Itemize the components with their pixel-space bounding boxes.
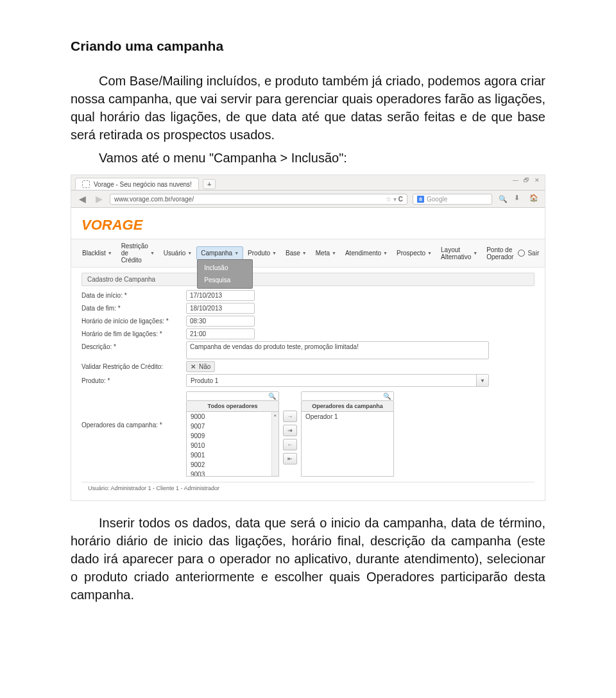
address-bar[interactable]: www.vorage.com.br/vorage/ ☆ ▾ C — [110, 194, 407, 205]
label-operadores: Operadores da campanha: * — [81, 420, 181, 429]
list-item[interactable]: 9009 — [187, 431, 278, 441]
submenu-inclusao[interactable]: Inclusão — [198, 262, 252, 274]
forward-icon[interactable]: ▶ — [93, 193, 105, 205]
new-tab-button[interactable]: + — [203, 179, 216, 189]
list-item[interactable]: Operador 1 — [302, 412, 393, 421]
scrollbar[interactable]: ▴ — [271, 412, 278, 476]
move-all-left-button[interactable]: ⇤ — [283, 453, 297, 464]
move-left-button[interactable]: ← — [283, 439, 297, 450]
page-title: Criando uma campanha — [71, 38, 545, 54]
menu-layout[interactable]: Layout Alternativo▼ — [436, 243, 482, 264]
app-logo: VORAGE — [71, 208, 545, 239]
sel-ops-header: Operadores da campanha — [301, 401, 394, 412]
label-descricao: Descrição: * — [81, 341, 181, 350]
list-item[interactable]: 9002 — [187, 460, 278, 470]
search-icon: 🔍 — [383, 393, 391, 400]
close-icon[interactable]: ✕ — [535, 177, 540, 183]
status-bar: Usuário: Administrador 1 - Cliente 1 - A… — [81, 482, 535, 494]
search-sel-ops[interactable]: 🔍 — [301, 391, 394, 401]
input-horario-fim[interactable]: 21:00 — [186, 328, 255, 339]
search-placeholder: Google — [427, 196, 447, 203]
tab-title: Vorage - Seu negócio nas nuvens! — [94, 181, 192, 188]
search-icon[interactable]: 🔍 — [497, 193, 509, 205]
menu-usuario[interactable]: Usuário▼ — [159, 246, 196, 260]
input-descricao[interactable]: Campanha de vendas do produto teste, pro… — [186, 341, 489, 359]
url-text: www.vorage.com.br/vorage/ — [114, 196, 194, 203]
list-item[interactable]: 9001 — [187, 450, 278, 460]
list-item[interactable]: 9007 — [187, 421, 278, 431]
submenu-pesquisa[interactable]: Pesquisa — [198, 274, 252, 286]
menu-produto[interactable]: Produto▼ — [243, 246, 281, 260]
search-icon: 🔍 — [268, 393, 276, 400]
list-selected-operadores: 🔍 Operadores da campanha Operador 1 — [301, 391, 394, 477]
input-data-inicio[interactable]: 17/10/2013 — [186, 290, 255, 301]
label-fim: Data de fim: * — [81, 305, 181, 312]
search-all-ops[interactable]: 🔍 — [186, 391, 279, 401]
download-icon[interactable]: ⬇ — [514, 194, 524, 204]
paragraph-1: Com Base/Mailing incluídos, e produto ta… — [71, 72, 545, 144]
label-h-inicio: Horário de início de ligações: * — [81, 318, 181, 325]
list-item[interactable]: 9010 — [187, 441, 278, 450]
minimize-icon[interactable]: — — [513, 177, 518, 183]
menu-meta[interactable]: Meta▼ — [311, 246, 341, 260]
menu-campanha[interactable]: Campanha▼ Inclusão Pesquisa — [196, 246, 243, 260]
input-horario-inicio[interactable]: 08:30 — [186, 316, 255, 327]
paragraph-2: Vamos até o menu "Campanha > Inclusão": — [71, 149, 545, 167]
menu-restricao[interactable]: Restrição de Crédito▼ — [117, 239, 159, 267]
restore-icon[interactable]: 🗗 — [524, 177, 529, 183]
move-all-right-button[interactable]: ⇥ — [283, 425, 297, 436]
panel-title: Cadastro de Campanha — [81, 273, 535, 286]
browser-screenshot: Vorage - Seu negócio nas nuvens! + — 🗗 ✕… — [71, 174, 545, 501]
menu-sair[interactable]: Sair — [518, 250, 539, 257]
submenu-campanha: Inclusão Pesquisa — [197, 259, 253, 289]
menu-base[interactable]: Base▼ — [281, 246, 311, 260]
label-h-fim: Horário de fim de ligações: * — [81, 330, 181, 337]
search-box[interactable]: 8 Google — [413, 194, 492, 205]
list-item[interactable]: 9000 — [187, 412, 278, 421]
browser-tab[interactable]: Vorage - Seu negócio nas nuvens! — [75, 178, 199, 190]
menu-atendimento[interactable]: Atendimento▼ — [341, 246, 392, 260]
input-data-fim[interactable]: 18/10/2013 — [186, 303, 255, 314]
label-restricao: Validar Restrição de Crédito: — [81, 363, 181, 370]
form-panel: Cadastro de Campanha Data de início: *17… — [71, 268, 545, 500]
browser-tabbar: Vorage - Seu negócio nas nuvens! + — 🗗 ✕ — [71, 175, 545, 191]
google-icon: 8 — [417, 196, 424, 203]
list-all-operadores: 🔍 Todos operadores 9000 9007 9009 9010 9… — [186, 391, 279, 477]
browser-urlbar: ◀ ▶ www.vorage.com.br/vorage/ ☆ ▾ C 8 Go… — [71, 191, 545, 208]
app-menubar: Blacklist▼ Restrição de Crédito▼ Usuário… — [71, 239, 545, 268]
power-icon — [518, 250, 525, 257]
list-item[interactable]: 9003 — [187, 470, 278, 477]
combo-produto[interactable]: Produto 1▼ — [186, 374, 489, 387]
menu-ponto[interactable]: Ponto de Operador — [482, 243, 518, 264]
paragraph-3: Inserir todos os dados, data que será o … — [71, 514, 545, 604]
chevron-down-icon[interactable]: ▼ — [476, 375, 488, 386]
move-right-button[interactable]: → — [283, 411, 297, 422]
all-ops-header: Todos operadores — [186, 401, 279, 412]
home-icon[interactable]: 🏠 — [529, 194, 540, 204]
toggle-restricao[interactable]: ✕Não — [186, 361, 215, 372]
menu-prospecto[interactable]: Prospecto▼ — [392, 246, 436, 260]
page-icon — [82, 180, 90, 188]
logo-text: VORAGE — [81, 217, 142, 233]
label-inicio: Data de início: * — [81, 292, 181, 299]
label-produto: Produto: * — [81, 377, 181, 384]
x-icon: ✕ — [191, 363, 196, 370]
back-icon[interactable]: ◀ — [76, 193, 88, 205]
menu-blacklist[interactable]: Blacklist▼ — [78, 246, 117, 260]
